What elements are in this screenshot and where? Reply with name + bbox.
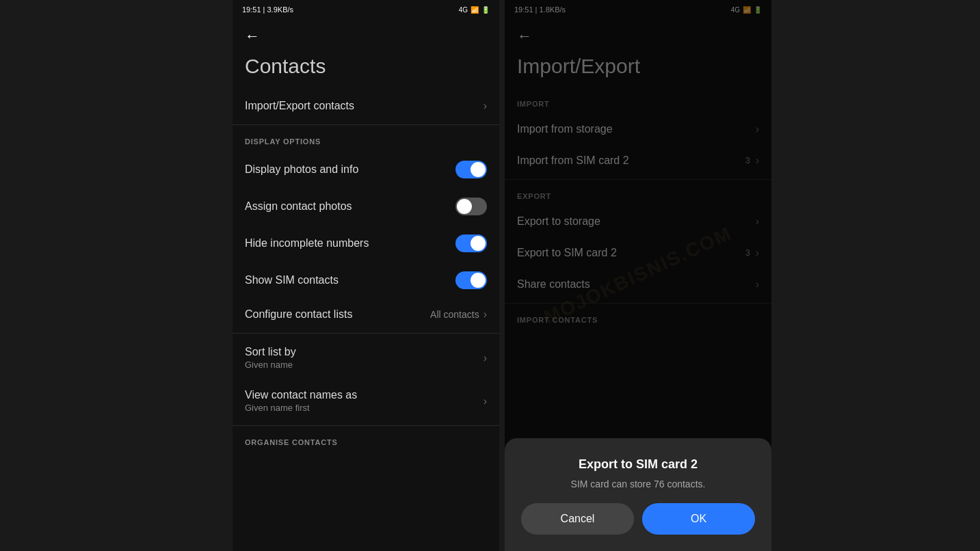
sort-list-item[interactable]: Sort list by Given name › [233, 336, 499, 379]
modal-overlay: Export to SIM card 2 SIM card can store … [505, 0, 771, 551]
left-time-net: 19:51 | 3.9KB/s [242, 5, 293, 14]
sort-list-sub: Given name [245, 360, 484, 370]
display-photos-label: Display photos and info [245, 163, 455, 176]
configure-lists-chevron-icon: › [484, 308, 487, 321]
hide-incomplete-item[interactable]: Hide incomplete numbers [233, 225, 499, 262]
left-signal-icon: 4G [459, 6, 468, 14]
left-back-arrow-icon: ← [245, 27, 260, 44]
divider-2 [233, 333, 499, 334]
import-export-contacts-item[interactable]: Import/Export contacts › [233, 90, 499, 122]
modal-body: SIM card can store 76 contacts. [521, 479, 755, 489]
export-sim-modal: Export to SIM card 2 SIM card can store … [505, 438, 771, 551]
left-wifi-icon: 📶 [471, 6, 479, 14]
modal-title: Export to SIM card 2 [521, 457, 755, 472]
left-status-bar: 19:51 | 3.9KB/s 4G 📶 🔋 [233, 0, 499, 19]
display-photos-toggle-thumb [471, 162, 486, 177]
assign-photos-label: Assign contact photos [245, 200, 455, 213]
display-options-label: DISPLAY OPTIONS [233, 128, 499, 151]
assign-photos-toggle-thumb [457, 199, 472, 214]
modal-cancel-button[interactable]: Cancel [521, 503, 634, 535]
show-sim-item[interactable]: Show SIM contacts [233, 262, 499, 299]
hide-incomplete-toggle[interactable] [455, 234, 487, 252]
hide-incomplete-toggle-thumb [471, 236, 486, 251]
show-sim-label: Show SIM contacts [245, 274, 455, 286]
display-photos-toggle[interactable] [455, 161, 487, 178]
display-photos-item[interactable]: Display photos and info [233, 151, 499, 188]
modal-ok-button[interactable]: OK [642, 503, 755, 535]
left-status-icons: 4G 📶 🔋 [459, 6, 490, 14]
sort-list-label: Sort list by [245, 346, 484, 358]
assign-photos-item[interactable]: Assign contact photos [233, 188, 499, 225]
view-names-label: View contact names as [245, 389, 484, 401]
import-export-chevron-icon: › [484, 100, 487, 112]
right-panel: MOJOKBISNIS.COM 19:51 | 1.8KB/s 4G 📶 🔋 ←… [505, 0, 771, 551]
divider-3 [233, 425, 499, 426]
configure-lists-label: Configure contact lists [245, 308, 430, 321]
show-sim-toggle-thumb [471, 273, 486, 288]
left-page-title: Contacts [233, 48, 499, 90]
organise-contacts-label: ORGANISE CONTACTS [233, 429, 499, 452]
view-names-item[interactable]: View contact names as Given name first › [233, 379, 499, 422]
configure-lists-value: All contacts [430, 309, 479, 320]
view-names-chevron-icon: › [484, 395, 487, 407]
left-panel: 19:51 | 3.9KB/s 4G 📶 🔋 ← Contacts Import… [233, 0, 499, 551]
view-names-sub: Given name first [245, 403, 484, 413]
divider-1 [233, 124, 499, 125]
left-battery-icon: 🔋 [481, 6, 490, 14]
assign-photos-toggle[interactable] [455, 198, 487, 215]
modal-buttons: Cancel OK [521, 503, 755, 535]
import-export-label: Import/Export contacts [245, 100, 484, 112]
configure-lists-item[interactable]: Configure contact lists All contacts › [233, 299, 499, 330]
hide-incomplete-label: Hide incomplete numbers [245, 237, 455, 250]
show-sim-toggle[interactable] [455, 271, 487, 289]
left-back-button[interactable]: ← [233, 19, 499, 48]
sort-list-chevron-icon: › [484, 352, 487, 364]
